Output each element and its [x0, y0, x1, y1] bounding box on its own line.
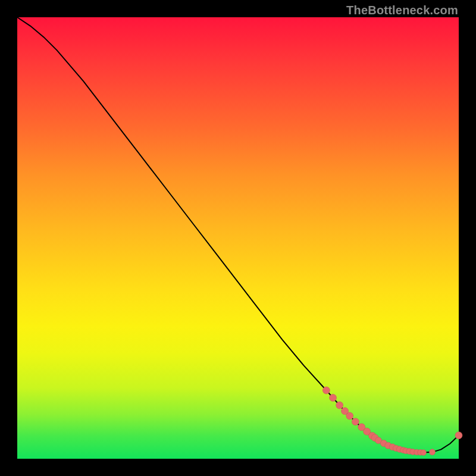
data-point — [429, 449, 435, 455]
data-point — [330, 394, 337, 402]
bottleneck-curve — [17, 17, 459, 453]
data-point — [322, 387, 330, 394]
data-point — [346, 412, 353, 419]
data-point — [352, 418, 359, 425]
data-point — [421, 450, 427, 456]
watermark-text: TheBottleneck.com — [346, 4, 458, 17]
data-point — [336, 402, 343, 409]
data-points-group — [322, 387, 462, 455]
data-point — [455, 432, 462, 439]
